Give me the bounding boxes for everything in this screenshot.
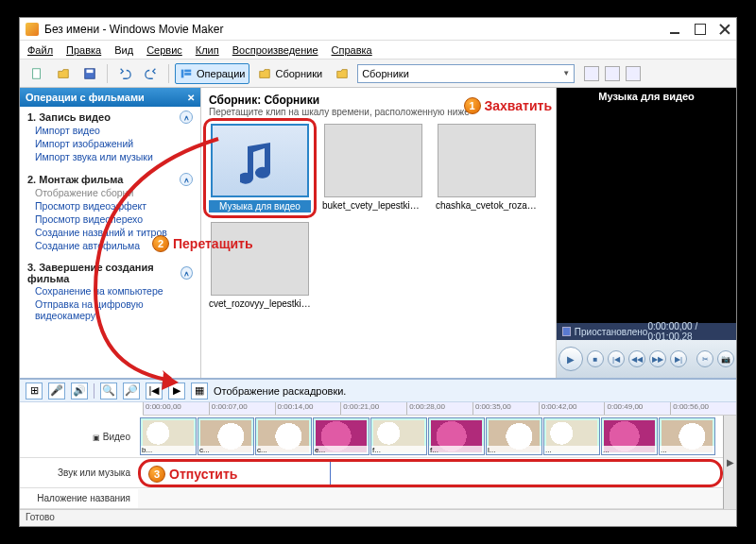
- timeline-clip[interactable]: c...: [198, 417, 254, 455]
- task-pane-header: Операции с фильмами✕: [20, 88, 200, 107]
- chevron-up-icon: ʌ: [180, 110, 193, 124]
- preview-title: Музыка для видео: [557, 88, 736, 105]
- collection-item[interactable]: Музыка для видео: [209, 124, 311, 212]
- group-capture-header[interactable]: 1. Запись видеоʌ: [27, 110, 193, 124]
- collections-folder-icon[interactable]: [331, 63, 353, 84]
- save-button[interactable]: [78, 63, 101, 84]
- timeline-clip[interactable]: l...: [486, 417, 542, 455]
- timeline-clip[interactable]: c...: [255, 417, 312, 455]
- collection-item[interactable]: chashka_cvetok_roza_8...: [436, 124, 538, 212]
- timeline-clip[interactable]: ...: [601, 417, 658, 455]
- video-track[interactable]: ▣Видео b...c...c...e...f...f...l........…: [20, 416, 723, 458]
- thumb-caption: buket_cvety_lepestki_be...: [322, 200, 424, 211]
- view-thumb-icon[interactable]: [584, 66, 599, 81]
- timeline-narrate-button[interactable]: 🎤: [48, 382, 65, 400]
- group-edit-header[interactable]: 2. Монтаж фильмаʌ: [27, 173, 193, 186]
- menubar: Файл Правка Вид Сервис Клип Воспроизведе…: [20, 41, 736, 60]
- snapshot-button[interactable]: 📷: [717, 350, 734, 367]
- timeline-clip[interactable]: f...: [428, 417, 485, 455]
- svg-rect-2: [87, 69, 94, 73]
- task-pane: Операции с фильмами✕ 1. Запись видеоʌ Им…: [20, 88, 201, 378]
- timeline-ruler[interactable]: 0:00:00,000:00:07,000:00:14,000:00:21,00…: [143, 402, 736, 416]
- stop-button[interactable]: ■: [587, 350, 604, 367]
- thumb-caption: chashka_cvetok_roza_8...: [436, 200, 538, 211]
- link-import-images[interactable]: Импорт изображений: [27, 137, 193, 150]
- thumb-caption: Музыка для видео: [209, 200, 311, 212]
- timeline-play-button[interactable]: ▶: [168, 382, 185, 400]
- thumb-caption: cvet_rozovyy_lepestki_r...: [209, 298, 311, 309]
- preview-canvas: [557, 105, 736, 323]
- menu-edit[interactable]: Правка: [66, 44, 101, 56]
- collection-item[interactable]: buket_cvety_lepestki_be...: [322, 124, 424, 212]
- collections-dropdown[interactable]: Сборники▼: [357, 64, 575, 83]
- link-send-camera[interactable]: Отправка на цифровую видеокамеру: [27, 298, 193, 322]
- timeline-clip[interactable]: f...: [370, 417, 427, 455]
- view-detail-icon[interactable]: [605, 66, 620, 81]
- rewind-button[interactable]: ◀◀: [628, 350, 645, 367]
- scroll-right-button[interactable]: ▶: [723, 416, 736, 509]
- menu-view[interactable]: Вид: [114, 44, 133, 56]
- preview-status: Приостановлено 0:00:00,00 / 0:01:00,28: [557, 323, 736, 340]
- redo-button[interactable]: [140, 63, 163, 84]
- annotation-grab: 1Захватить: [464, 97, 552, 114]
- collection-pane: Сборник: Сборники Перетащите клип на шка…: [201, 88, 557, 378]
- split-button[interactable]: ✂: [696, 350, 713, 367]
- timeline-pane: ⊞ 🎤 🔊 🔍 🔎 |◀ ▶ ▦ Отображение раскадровки…: [20, 378, 736, 509]
- menu-service[interactable]: Сервис: [146, 44, 182, 56]
- menu-file[interactable]: Файл: [27, 44, 53, 56]
- link-video-transitions[interactable]: Просмотр видеоперехо: [27, 212, 193, 226]
- link-video-effects[interactable]: Просмотр видеоэффект: [27, 199, 193, 212]
- audio-track[interactable]: Звук или музыка 3Отпустить: [20, 458, 723, 488]
- status-bar: Готово: [20, 509, 736, 526]
- menu-play[interactable]: Воспроизведение: [232, 44, 318, 56]
- timeline-clip[interactable]: ...: [543, 417, 600, 455]
- chevron-up-icon: ʌ: [180, 173, 193, 186]
- play-button[interactable]: ▶: [558, 347, 583, 371]
- window-title: Без имени - Windows Movie Maker: [44, 23, 670, 36]
- prev-button[interactable]: |◀: [608, 350, 625, 367]
- titlebar: Без имени - Windows Movie Maker: [20, 18, 736, 41]
- annotation-drop: 3Отпустить: [148, 466, 237, 483]
- undo-button[interactable]: [113, 63, 136, 84]
- svg-rect-0: [33, 68, 41, 78]
- open-button[interactable]: [52, 63, 75, 84]
- timeline-toolbar: ⊞ 🎤 🔊 🔍 🔎 |◀ ▶ ▦ Отображение раскадровки…: [20, 380, 736, 402]
- forward-button[interactable]: ▶▶: [649, 350, 666, 367]
- timeline-zoom-button[interactable]: ⊞: [26, 382, 43, 400]
- svg-rect-5: [184, 73, 191, 76]
- minimize-button[interactable]: [670, 24, 681, 35]
- playhead[interactable]: [330, 459, 331, 487]
- collections-button[interactable]: Сборники: [253, 63, 327, 84]
- svg-rect-3: [181, 69, 184, 77]
- link-save-computer[interactable]: Сохранение на компьютере: [27, 284, 193, 298]
- timeline-zoomout-button[interactable]: 🔎: [123, 382, 140, 400]
- timeline-levels-button[interactable]: 🔊: [71, 382, 88, 400]
- group-finish-header[interactable]: 3. Завершение создания фильмаʌ: [27, 262, 193, 284]
- timeline-storyboard-button[interactable]: ▦: [191, 382, 208, 400]
- pause-icon: [562, 327, 571, 336]
- timeline-zoomin-button[interactable]: 🔍: [100, 382, 117, 400]
- menu-clip[interactable]: Клип: [196, 44, 219, 56]
- timeline-clip[interactable]: b...: [140, 417, 197, 455]
- link-import-audio[interactable]: Импорт звука или музыки: [27, 150, 193, 163]
- close-icon[interactable]: ✕: [187, 93, 195, 103]
- next-button[interactable]: ▶|: [670, 350, 687, 367]
- timeline-clip[interactable]: ...: [659, 417, 715, 455]
- operations-button[interactable]: Операции: [175, 63, 249, 84]
- new-button[interactable]: [26, 63, 48, 84]
- timeline-clip[interactable]: e...: [313, 417, 369, 455]
- close-button[interactable]: [719, 24, 730, 35]
- chevron-up-icon: ʌ: [180, 266, 193, 280]
- title-track[interactable]: Наложение названия: [20, 488, 723, 509]
- timeline-rewind-button[interactable]: |◀: [146, 382, 163, 400]
- toolbar: Операции Сборники Сборники▼: [20, 60, 736, 88]
- view-list-icon[interactable]: [626, 66, 641, 81]
- preview-pane: Музыка для видео Приостановлено 0:00:00,…: [557, 88, 736, 378]
- maximize-button[interactable]: [695, 24, 706, 35]
- timeline-mode-label: Отображение раскадровки.: [214, 385, 346, 397]
- annotation-drag: 2Перетащить: [152, 235, 253, 252]
- link-show-collections[interactable]: Отображение сборни: [27, 186, 193, 199]
- app-icon: [26, 23, 39, 36]
- link-import-video[interactable]: Импорт видео: [27, 124, 193, 137]
- menu-help[interactable]: Справка: [332, 44, 372, 56]
